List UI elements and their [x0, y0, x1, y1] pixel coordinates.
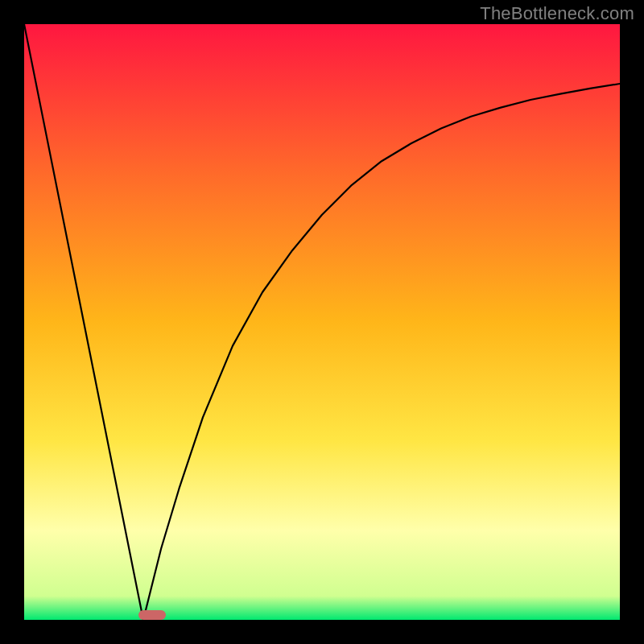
- plot-area: [24, 24, 620, 620]
- curve-svg: [24, 24, 620, 620]
- watermark-text: TheBottleneck.com: [480, 3, 634, 24]
- optimal-marker: [138, 610, 165, 620]
- bottleneck-curve: [24, 24, 620, 620]
